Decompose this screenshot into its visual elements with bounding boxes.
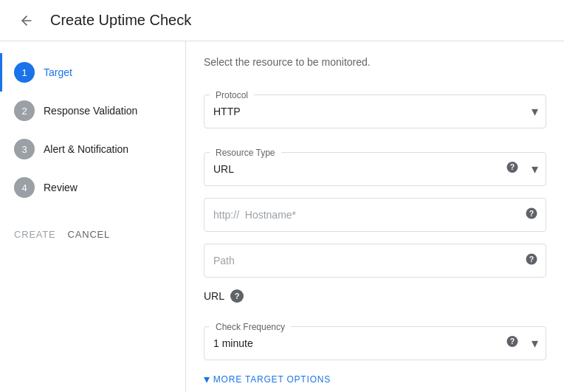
resource-type-field-group: Resource Type URL Instance App Engine AW… [204, 140, 546, 186]
sidebar-item-target[interactable]: 1 Target [0, 53, 185, 92]
protocol-field-group: Protocol HTTP HTTPS TCP ▾ [204, 83, 546, 128]
content-area: Select the resource to be monitored. Pro… [186, 41, 564, 392]
sidebar-item-alert-notification[interactable]: 3 Alert & Notification [0, 130, 185, 168]
sidebar-item-review[interactable]: 4 Review [0, 168, 185, 207]
step-number-4: 4 [14, 177, 35, 198]
protocol-select-wrapper: HTTP HTTPS TCP ▾ [204, 94, 546, 128]
check-frequency-field-group: Check Frequency 1 minute 5 minutes 10 mi… [204, 314, 546, 360]
cancel-button[interactable]: CANCEL [68, 224, 111, 244]
sidebar-actions: CREATE CANCEL [0, 213, 185, 244]
step-number-1: 1 [14, 62, 35, 83]
url-label-row: URL ? [204, 289, 546, 303]
path-help-icon[interactable]: ? [525, 252, 538, 269]
more-target-options[interactable]: ▾ MORE TARGET OPTIONS [204, 372, 546, 386]
hostname-input[interactable] [204, 199, 546, 231]
sidebar: 1 Target 2 Response Validation 3 Alert &… [0, 41, 186, 392]
url-help-icon[interactable]: ? [230, 289, 244, 303]
header: Create Uptime Check [0, 0, 564, 41]
step-label-3: Alert & Notification [44, 143, 128, 155]
svg-text:?: ? [529, 255, 534, 264]
page-title: Create Uptime Check [50, 12, 191, 29]
protocol-label: Protocol [210, 90, 254, 100]
step-number-3: 3 [14, 139, 35, 159]
step-label-1: Target [44, 66, 72, 78]
svg-text:?: ? [529, 209, 534, 218]
path-field-group: ? [204, 244, 546, 278]
step-label-4: Review [44, 182, 78, 193]
back-button[interactable] [12, 6, 41, 35]
more-options-label: MORE TARGET OPTIONS [213, 374, 331, 385]
check-frequency-label: Check Frequency [210, 322, 291, 332]
step-number-2: 2 [14, 100, 35, 121]
hostname-help-icon[interactable]: ? [525, 207, 538, 223]
more-options-chevron-icon: ▾ [204, 372, 210, 386]
hostname-input-wrapper: ? [204, 198, 546, 232]
path-input-wrapper: ? [204, 244, 546, 278]
hostname-field-group: ? [204, 198, 546, 232]
content-subtitle: Select the resource to be monitored. [204, 56, 546, 68]
sidebar-item-response-validation[interactable]: 2 Response Validation [0, 92, 185, 130]
create-button[interactable]: CREATE [14, 224, 56, 244]
resource-type-label: Resource Type [210, 148, 281, 158]
url-label: URL [204, 290, 224, 302]
step-label-2: Response Validation [44, 105, 137, 117]
protocol-select[interactable]: HTTP HTTPS TCP [204, 95, 546, 128]
main-layout: 1 Target 2 Response Validation 3 Alert &… [0, 41, 564, 392]
path-input[interactable] [204, 244, 546, 277]
